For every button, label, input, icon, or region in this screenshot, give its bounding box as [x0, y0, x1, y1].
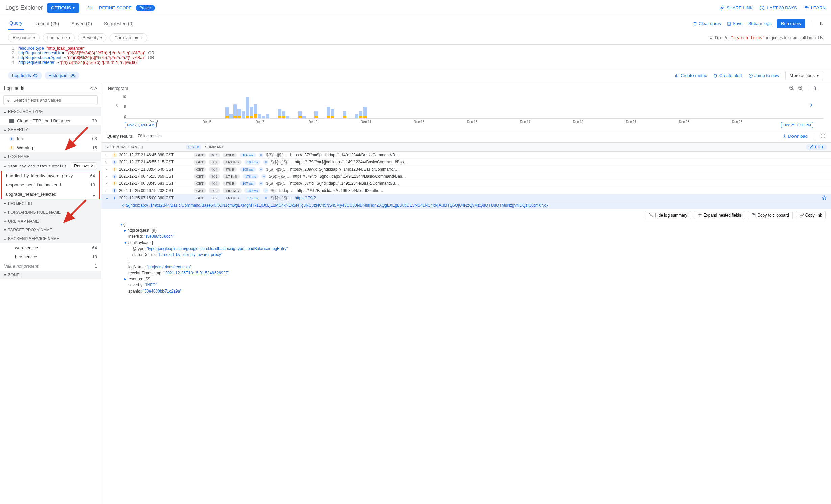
histogram-bar[interactable] [355, 114, 358, 119]
expand-row-icon[interactable]: › [105, 167, 110, 172]
severity-item[interactable]: !Warning15 [0, 143, 101, 152]
histogram-bar[interactable] [327, 107, 330, 119]
histogram-bar[interactable] [233, 104, 237, 119]
section-zone[interactable]: ▾ZONE [0, 271, 101, 279]
histogram-bar[interactable] [242, 111, 245, 119]
section-forwarding-rule[interactable]: ▾FORWARDING RULE NAME [0, 208, 101, 217]
tab-recent[interactable]: Recent (25) [33, 18, 60, 30]
log-row[interactable]: › ! 2021-12-27 00:38:45.583 CST GET40447… [101, 180, 831, 187]
tab-query[interactable]: Query [8, 17, 24, 30]
log-fields-chip[interactable]: Log fields [8, 72, 42, 79]
section-backend-service[interactable]: ▴BACKEND SERVICE NAME [0, 234, 101, 243]
section-url-map[interactable]: ▾URL MAP NAME [0, 217, 101, 226]
histogram-bar[interactable] [254, 104, 257, 119]
expand-row-icon[interactable]: › [105, 153, 110, 157]
histogram-bar[interactable] [314, 111, 318, 119]
section-project-id[interactable]: ▾PROJECT ID [0, 199, 101, 208]
clear-query-button[interactable]: Clear query [692, 21, 721, 26]
status-detail-item[interactable]: response_sent_by_backend13 [2, 180, 99, 190]
value-not-present[interactable]: Value not present1 [0, 261, 101, 271]
logname-filter[interactable]: Log name▾ [43, 33, 75, 42]
correlate-filter[interactable]: Correlate by+ [110, 33, 147, 42]
histogram-bar[interactable] [237, 109, 241, 119]
code-icon[interactable]: < > [90, 85, 97, 91]
zoom-out-icon[interactable] [789, 85, 795, 91]
section-target-proxy[interactable]: ▾TARGET PROXY NAME [0, 226, 101, 234]
histogram-bar[interactable] [359, 111, 362, 119]
expand-row-icon[interactable]: › [105, 160, 110, 165]
resource-filter[interactable]: Resource▾ [8, 33, 40, 42]
section-severity[interactable]: ▴SEVERITY [0, 125, 101, 134]
histogram-bar[interactable] [363, 107, 367, 119]
hide-summary-button[interactable]: Hide log summary [645, 211, 691, 219]
expand-nested-button[interactable]: Expand nested fields [694, 211, 745, 219]
histogram-chip[interactable]: Histogram [45, 72, 79, 79]
scope-chip[interactable]: Project [136, 5, 155, 11]
create-metric-button[interactable]: Create metric [675, 73, 707, 78]
histogram-bar[interactable] [266, 114, 269, 119]
log-row[interactable]: › i 2021-12-27 21:45:55.115 CST GET3021.… [101, 159, 831, 166]
copy-link-button[interactable]: Copy link [796, 211, 826, 219]
log-row[interactable]: › i 2021-12-25 09:46:15.202 CST GET3021.… [101, 187, 831, 194]
histogram-bar[interactable] [282, 111, 285, 119]
log-row[interactable]: › i 2021-12-27 00:45:15.869 CST GET3021.… [101, 173, 831, 180]
refine-scope-button[interactable]: REFINE SCOPE [95, 3, 136, 13]
resource-item[interactable]: Cloud HTTP Load Balancer 78 [0, 116, 101, 125]
jump-to-now-button[interactable]: Jump to now [748, 73, 779, 78]
histogram-bar[interactable] [298, 111, 302, 119]
histogram-bar[interactable] [258, 114, 261, 119]
section-log-name[interactable]: ▴LOG NAME [0, 152, 101, 161]
download-button[interactable]: Download [782, 134, 808, 139]
pin-icon[interactable] [822, 195, 827, 201]
severity-item[interactable]: iInfo63 [0, 134, 101, 143]
expand-icon[interactable]: ⇅ [813, 86, 817, 91]
create-alert-button[interactable]: Create alert [713, 73, 742, 78]
histogram-bars[interactable]: Nov 29, 6:00 AM Dec 29, 6:00 PM [128, 95, 810, 119]
expand-row-icon[interactable]: › [105, 188, 110, 193]
fullscreen-icon[interactable] [820, 133, 826, 139]
log-row-expanded[interactable]: ⌄ i 2021-12-25 07:15:00.360 CST GET3021.… [101, 194, 831, 202]
learn-icon [804, 5, 809, 11]
histogram-bar[interactable] [331, 109, 334, 119]
log-row[interactable]: › ! 2021-12-27 21:46:45.888 CST GET40447… [101, 152, 831, 159]
histogram-bar[interactable] [278, 109, 281, 119]
stream-logs-button[interactable]: Stream logs [748, 21, 772, 26]
options-button[interactable]: OPTIONS ▼ [47, 3, 79, 13]
backend-item[interactable]: web-service64 [0, 243, 101, 252]
share-link[interactable]: SHARE LINK [719, 5, 753, 11]
histogram-bar[interactable] [262, 116, 265, 119]
histogram-bar[interactable] [286, 116, 289, 119]
copy-clipboard-button[interactable]: Copy to clipboard [748, 211, 792, 219]
section-resource-type[interactable]: ▴RESOURCE TYPE [0, 107, 101, 116]
histogram-bar[interactable] [225, 107, 229, 119]
histogram-bar[interactable] [250, 107, 253, 119]
run-query-button[interactable]: Run query [777, 19, 805, 28]
zoom-in-icon[interactable] [798, 85, 803, 91]
learn-link[interactable]: LEARN [804, 5, 826, 11]
histogram-prev[interactable]: ‹ [116, 101, 122, 109]
histogram-bar[interactable] [246, 97, 249, 119]
edit-columns-button[interactable]: EDIT [806, 144, 827, 150]
log-row[interactable]: › ! 2021-12-27 21:33:04.640 CST GET40447… [101, 166, 831, 173]
more-actions-button[interactable]: More actions▾ [785, 71, 823, 80]
expand-row-icon[interactable]: › [105, 181, 110, 186]
sidebar-search-input[interactable] [3, 95, 98, 105]
tab-suggested[interactable]: Suggested (0) [103, 18, 135, 30]
remove-button[interactable]: Remove✕ [71, 162, 97, 169]
expand-icon[interactable]: ⇅ [819, 21, 823, 26]
time-range-button[interactable]: LAST 30 DAYS [759, 5, 797, 11]
timezone-selector[interactable]: CST ▾ [186, 145, 201, 150]
query-editor[interactable]: 1resource.type="http_load_balancer"2http… [0, 45, 831, 68]
histogram-next[interactable]: › [810, 101, 817, 109]
status-detail-item[interactable]: handled_by_identity_aware_proxy64 [2, 171, 99, 180]
expand-row-icon[interactable]: › [105, 174, 110, 179]
histogram-bar[interactable] [302, 116, 306, 119]
save-query-button[interactable]: Save [727, 21, 743, 26]
tab-saved[interactable]: Saved (0) [70, 18, 93, 30]
collapse-row-icon[interactable]: ⌄ [105, 196, 110, 200]
histogram-bar[interactable] [229, 114, 233, 119]
histogram-bar[interactable] [343, 111, 346, 119]
severity-filter[interactable]: Severity▾ [78, 33, 106, 42]
status-detail-item[interactable]: upgrade_header_rejected1 [2, 190, 99, 199]
backend-item[interactable]: hec-service13 [0, 252, 101, 261]
